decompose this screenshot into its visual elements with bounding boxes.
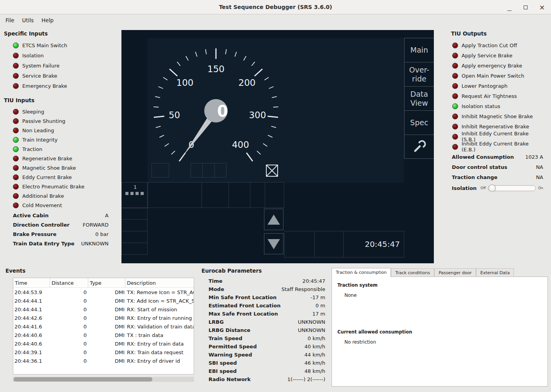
eurocab-field-row: Mode Staff Responsible bbox=[201, 285, 325, 293]
dmi-cell bbox=[228, 182, 250, 208]
column-header-description[interactable]: Description bbox=[125, 278, 194, 287]
menu-item[interactable]: Utils bbox=[18, 16, 38, 25]
input-led-row[interactable]: System Failure bbox=[4, 60, 109, 71]
table-row[interactable]: 20:44:39.1 0 DMI RX: Train data request bbox=[13, 348, 194, 357]
table-row[interactable]: 20:44:42.6 0 DMI RX: Entry of train runn… bbox=[13, 314, 194, 322]
input-led-row[interactable]: Eddy Current Brake bbox=[4, 172, 109, 182]
scroll-up-button[interactable] bbox=[264, 209, 284, 230]
led-indicator-icon[interactable] bbox=[13, 184, 19, 190]
input-led-row[interactable]: Traction bbox=[4, 144, 109, 154]
led-indicator-icon[interactable] bbox=[13, 83, 19, 89]
menu-item[interactable]: File bbox=[2, 16, 18, 25]
led-indicator-icon[interactable] bbox=[13, 63, 19, 69]
tab[interactable]: External Data bbox=[476, 268, 514, 277]
eurocab-field-row: Time 20:45:47 bbox=[201, 277, 325, 285]
field-value: UNKNOWN bbox=[298, 327, 325, 333]
input-led-row[interactable]: Emergency Brake bbox=[4, 81, 109, 91]
input-led-row[interactable]: ETCS Main Switch bbox=[4, 40, 109, 50]
slider-knob[interactable] bbox=[489, 184, 496, 192]
tab[interactable]: Passenger door bbox=[434, 268, 476, 277]
table-row[interactable]: 20:44:40.6 0 DMI RX: Entry of train data bbox=[13, 339, 194, 348]
led-indicator-icon bbox=[452, 63, 458, 69]
column-header-type[interactable]: Type bbox=[88, 278, 125, 287]
tab[interactable]: Traction & consumption bbox=[332, 268, 391, 277]
input-led-row[interactable]: Magnetic Shoe Brake bbox=[4, 163, 109, 172]
column-header-distance[interactable]: Distance bbox=[50, 278, 88, 287]
field-label: LRBG Distance bbox=[201, 327, 298, 333]
cell-description: TX: Remove Icon = STR_ACK bbox=[125, 289, 194, 295]
tab-bar: Traction & consumption Track conditions … bbox=[332, 268, 548, 277]
events-panel: Events Time Distance Type Description 20… bbox=[4, 268, 195, 274]
data-view-button[interactable]: Data View bbox=[404, 86, 434, 110]
tiu-outputs-title: TIU Outputs bbox=[451, 30, 543, 37]
tab[interactable]: Track conditions bbox=[391, 268, 434, 277]
maximize-button[interactable] bbox=[522, 4, 529, 11]
input-led-row[interactable]: Regenerative Brake bbox=[4, 154, 109, 163]
minimize-button[interactable] bbox=[506, 4, 513, 11]
led-indicator-icon[interactable] bbox=[13, 128, 19, 133]
input-led-row[interactable]: Passive Shunting bbox=[4, 116, 109, 126]
cell-type: DMI bbox=[88, 315, 125, 321]
table-row[interactable]: 20:44:44.1 0 DMI RX: Start of mission bbox=[13, 305, 194, 314]
override-button[interactable]: Over-ride bbox=[404, 62, 434, 86]
close-button[interactable]: × bbox=[539, 4, 546, 11]
led-indicator-icon[interactable] bbox=[13, 146, 19, 152]
input-led-row[interactable]: Electro Pneumatic Brake bbox=[4, 182, 109, 191]
field-label: EBI speed bbox=[201, 368, 305, 374]
cell-type: DMI bbox=[88, 358, 125, 364]
isolation-slider[interactable] bbox=[488, 185, 536, 191]
led-indicator-icon[interactable] bbox=[13, 53, 19, 59]
table-row[interactable]: 20:44:41.6 0 DMI RX: Validation of train… bbox=[13, 322, 194, 331]
led-label: Inhibit Magnetic Shoe Brake bbox=[462, 114, 533, 119]
spec-button[interactable]: Spec bbox=[404, 110, 434, 135]
input-led-row[interactable]: Train Integrity bbox=[4, 135, 109, 144]
close-icon: × bbox=[539, 4, 545, 11]
settings-button[interactable] bbox=[404, 135, 434, 159]
table-row[interactable]: 20:44:36.1 0 DMI RX: Entry of driver id bbox=[13, 357, 194, 365]
led-indicator-icon[interactable] bbox=[13, 109, 19, 115]
input-led-row[interactable]: Service Brake bbox=[4, 71, 109, 81]
detail-tabs-panel: Traction & consumption Track conditions … bbox=[332, 268, 548, 387]
svg-text:50: 50 bbox=[169, 110, 180, 120]
input-led-row[interactable]: Non Leading bbox=[4, 126, 109, 135]
tab-section: Traction system None bbox=[337, 282, 542, 298]
field-label: Mode bbox=[201, 286, 282, 292]
output-field-row: Allowed Consumption 1023 A bbox=[451, 152, 543, 162]
events-scrollbar[interactable] bbox=[13, 377, 194, 382]
led-indicator-icon[interactable] bbox=[13, 137, 19, 143]
cell-distance: 0 bbox=[50, 349, 88, 355]
input-led-row[interactable]: Additional Brake bbox=[4, 191, 109, 200]
led-indicator-icon[interactable] bbox=[13, 73, 19, 79]
eurocab-fields: Time 20:45:47 Mode Staff Responsible Min… bbox=[201, 277, 325, 383]
led-label: Apply emergency Brake bbox=[462, 63, 522, 69]
scrollbar-thumb[interactable] bbox=[14, 377, 152, 381]
wrench-icon bbox=[413, 140, 426, 153]
main-button[interactable]: Main bbox=[404, 38, 434, 62]
isolation-label: Isolation bbox=[452, 185, 477, 191]
table-row[interactable]: 20:44:40.6 0 DMI TX : train data bbox=[13, 331, 194, 339]
svg-text:200: 200 bbox=[239, 78, 256, 88]
led-indicator-icon[interactable] bbox=[13, 165, 19, 171]
dmi-cell bbox=[250, 182, 265, 208]
led-indicator-icon[interactable] bbox=[13, 118, 19, 124]
menu-item[interactable]: Help bbox=[37, 16, 57, 25]
led-indicator-icon[interactable] bbox=[13, 156, 19, 161]
column-header-time[interactable]: Time bbox=[13, 278, 50, 287]
input-led-row[interactable]: Cold Movement bbox=[4, 200, 109, 210]
eurocab-field-row: Train Speed 0 km/h bbox=[201, 334, 325, 342]
led-indicator-icon[interactable] bbox=[13, 193, 19, 199]
dmi-left-cell bbox=[121, 208, 148, 220]
led-indicator-icon bbox=[452, 134, 458, 140]
led-indicator-icon[interactable] bbox=[13, 174, 19, 180]
led-indicator-icon[interactable] bbox=[13, 43, 19, 48]
scroll-down-button[interactable] bbox=[264, 233, 284, 254]
table-row[interactable]: 20:44:53.9 0 DMI TX: Remove Icon = STR_A… bbox=[13, 288, 194, 296]
led-label: Sleeping bbox=[22, 109, 44, 115]
dmi-clock: 20:45:47 bbox=[343, 231, 404, 257]
table-row[interactable]: 20:44:44.1 0 DMI TX: Add Icon = STR_ACK_… bbox=[13, 296, 194, 305]
tab-sections: Traction system None Current allowed con… bbox=[337, 282, 542, 345]
led-label: Request Air Tightness bbox=[462, 93, 517, 99]
input-led-row[interactable]: Isolation bbox=[4, 50, 109, 60]
input-led-row[interactable]: Sleeping bbox=[4, 107, 109, 116]
led-indicator-icon[interactable] bbox=[13, 202, 19, 208]
